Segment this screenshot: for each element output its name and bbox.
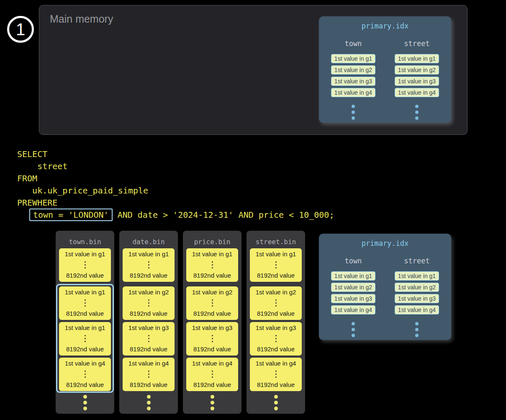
granule-block: 1st value in g1 8192nd value	[59, 248, 111, 282]
granule-first-value: 1st value in g3	[128, 324, 169, 331]
granule-last-value: 8192nd value	[193, 272, 231, 279]
index-column-header-street: street	[404, 39, 429, 48]
granule-last-value: 8192nd value	[257, 310, 295, 317]
index-column-header-street: street	[404, 256, 429, 265]
granule-block: 1st value in g2 8192nd value	[123, 286, 175, 320]
index-entry: 1st value in g3	[395, 77, 439, 86]
ellipsis-dots	[85, 299, 86, 307]
bin-date: date.bin 1st value in g1 8192nd value 1s…	[119, 231, 178, 414]
index-entry: 1st value in g4	[331, 305, 375, 314]
ellipsis-dots	[148, 371, 149, 378]
sql-prewhere-condition: town = 'LONDON' AND date > '2024-12-31' …	[17, 209, 334, 221]
index-column-header-town: town	[345, 256, 362, 265]
granule-last-value: 8192nd value	[257, 272, 295, 279]
ellipsis-dots	[119, 395, 178, 410]
index-entry: 1st value in g4	[395, 305, 439, 314]
ellipsis-dots	[212, 335, 213, 342]
bin-title: street.bin	[247, 238, 305, 246]
granule-first-value: 1st value in g4	[128, 360, 169, 367]
bin-title: price.bin	[183, 238, 241, 246]
ellipsis-dots	[85, 335, 86, 342]
ellipsis-dots	[148, 261, 149, 268]
granule-last-value: 8192nd value	[257, 345, 295, 353]
granule-last-value: 8192nd value	[193, 381, 231, 388]
index-entry: 1st value in g4	[395, 88, 439, 97]
sql-line: PREWHERE	[17, 196, 334, 209]
granule-block: 1st value in g1 8192nd value	[59, 286, 111, 320]
granule-first-value: 1st value in g3	[192, 324, 233, 331]
index-entry: 1st value in g1	[331, 54, 375, 63]
prewhere-rest: AND date > '2024-12-31' AND price < 10_0…	[113, 210, 334, 220]
granule-last-value: 8192nd value	[66, 381, 104, 388]
granule-block: 1st value in g4 8192nd value	[59, 358, 111, 391]
granule-first-value: 1st value in g1	[192, 250, 233, 258]
ellipsis-dots	[415, 105, 419, 120]
ellipsis-dots	[85, 371, 86, 378]
ellipsis-dots	[212, 261, 213, 268]
column-files-row: town.bin 1st value in g1 8192nd value 1s…	[56, 231, 305, 414]
primary-idx-title: primary.idx	[362, 239, 409, 248]
granule-first-value: 1st value in g4	[65, 360, 105, 367]
ellipsis-dots	[247, 395, 305, 410]
granule-last-value: 8192nd value	[130, 381, 167, 388]
ellipsis-dots	[275, 371, 277, 378]
granule-first-value: 1st value in g1	[65, 324, 105, 331]
granule-first-value: 1st value in g3	[256, 324, 296, 331]
granule-first-value: 1st value in g1	[256, 250, 296, 258]
index-entry: 1st value in g3	[395, 294, 439, 303]
index-column-header-town: town	[345, 39, 362, 48]
ellipsis-dots	[352, 105, 355, 120]
ellipsis-dots	[183, 395, 241, 410]
ellipsis-dots	[275, 299, 277, 307]
granule-last-value: 8192nd value	[257, 381, 295, 388]
granule-block: 1st value in g4 8192nd value	[186, 358, 238, 391]
sql-line: street	[17, 160, 334, 172]
index-columns: town 1st value in g1 1st value in g2 1st…	[331, 256, 439, 337]
granule-last-value: 8192nd value	[66, 272, 104, 279]
granule-block: 1st value in g4 8192nd value	[123, 358, 175, 391]
granule-block: 1st value in g1 8192nd value	[59, 322, 111, 356]
ellipsis-dots	[415, 322, 419, 337]
granule-block: 1st value in g1 8192nd value	[250, 248, 302, 282]
bin-price: price.bin 1st value in g1 8192nd value 1…	[183, 231, 241, 414]
ellipsis-dots	[275, 261, 277, 268]
ellipsis-dots	[148, 335, 149, 342]
granule-first-value: 1st value in g1	[128, 250, 169, 258]
granule-block: 1st value in g3 8192nd value	[123, 322, 175, 356]
primary-idx-title: primary.idx	[362, 21, 409, 31]
index-column-town: town 1st value in g1 1st value in g2 1st…	[331, 256, 375, 337]
step-number-badge: 1	[7, 16, 34, 43]
granule-first-value: 1st value in g4	[256, 360, 296, 367]
granule-block: 1st value in g3 8192nd value	[186, 322, 238, 356]
granule-last-value: 8192nd value	[130, 310, 167, 317]
index-entry: 1st value in g2	[331, 283, 375, 292]
index-entry: 1st value in g3	[331, 77, 375, 86]
sql-line: SELECT	[17, 148, 334, 160]
granule-block: 1st value in g4 8192nd value	[250, 358, 302, 391]
granule-first-value: 1st value in g2	[128, 289, 169, 296]
sql-line: uk.uk_price_paid_simple	[17, 184, 334, 196]
main-memory-title: Main memory	[50, 13, 113, 25]
granule-last-value: 8192nd value	[193, 310, 231, 317]
index-column-town: town 1st value in g1 1st value in g2 1st…	[331, 39, 375, 120]
granule-first-value: 1st value in g1	[65, 250, 105, 258]
sql-query: SELECT street FROM uk.uk_price_paid_simp…	[17, 148, 334, 221]
granule-block: 1st value in g3 8192nd value	[250, 322, 302, 356]
primary-idx-box-memory: primary.idx town 1st value in g1 1st val…	[319, 16, 451, 123]
ellipsis-dots	[352, 322, 355, 337]
ellipsis-dots	[212, 371, 213, 378]
granule-first-value: 1st value in g2	[192, 289, 233, 296]
index-entry: 1st value in g1	[331, 271, 375, 281]
ellipsis-dots	[212, 299, 213, 307]
granule-block: 1st value in g2 8192nd value	[186, 286, 238, 320]
index-entry: 1st value in g4	[331, 88, 375, 97]
ellipsis-dots	[275, 335, 277, 342]
ellipsis-dots	[56, 395, 114, 410]
index-entry: 1st value in g2	[331, 65, 375, 75]
granule-first-value: 1st value in g1	[65, 289, 105, 296]
diagram-canvas: 1 Main memory primary.idx town 1st value…	[0, 0, 506, 420]
bin-street: street.bin 1st value in g1 8192nd value …	[247, 231, 305, 414]
granule-last-value: 8192nd value	[130, 272, 167, 279]
index-entry: 1st value in g1	[395, 271, 439, 281]
ellipsis-dots	[85, 261, 86, 268]
